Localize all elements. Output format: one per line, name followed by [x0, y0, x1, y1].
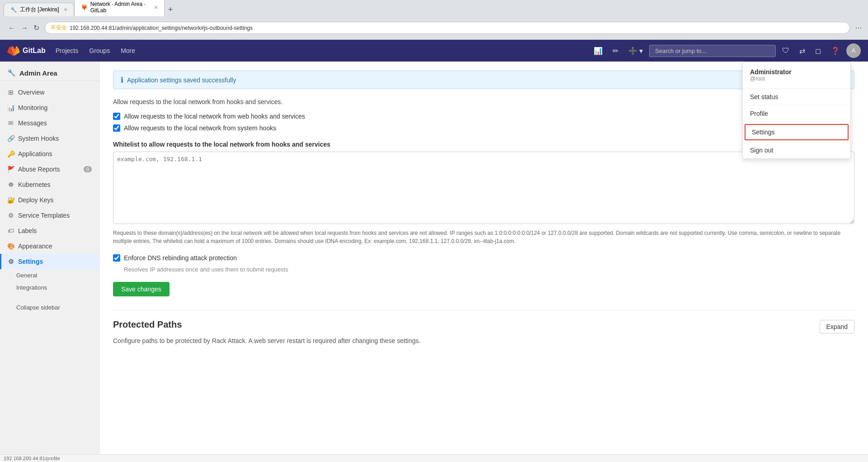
address-text: 192.168.200.44:81/admin/application_sett…: [70, 25, 253, 31]
save-changes-button[interactable]: Save changes: [113, 282, 170, 296]
browser-tab-bar: 🔧 工作台 [Jenkins] ✕ 🦊 Network · Admin Area…: [0, 0, 868, 16]
checkbox-system-hooks[interactable]: [113, 124, 120, 132]
dropdown-settings[interactable]: Settings: [745, 124, 849, 140]
tab-title-gitlab: Network · Admin Area · GitLab: [90, 1, 150, 14]
chart-icon-btn[interactable]: 📊: [590, 44, 606, 58]
sidebar-label-deploy-keys: Deploy Keys: [18, 196, 54, 204]
search-input[interactable]: [649, 45, 776, 57]
appearance-icon: 🎨: [7, 243, 14, 250]
nav-projects[interactable]: Projects: [51, 45, 83, 56]
sidebar-item-applications[interactable]: 🔑 Applications: [0, 146, 99, 162]
enforce-dns-row: Enforce DNS rebinding attack protection: [113, 254, 854, 262]
sidebar-label-service-templates: Service Templates: [18, 212, 70, 219]
protected-paths-description: Configure paths to be protected by Rack …: [113, 337, 854, 344]
reload-button[interactable]: ↻: [32, 22, 41, 34]
dropdown-set-status[interactable]: Set status: [743, 89, 850, 105]
merge-icon-btn[interactable]: ⇄: [796, 44, 809, 58]
applications-icon: 🔑: [7, 150, 14, 157]
forward-button[interactable]: →: [19, 22, 30, 34]
sidebar-label-applications: Applications: [18, 150, 52, 157]
sidebar-label-settings: Settings: [18, 258, 43, 265]
nav-groups[interactable]: Groups: [85, 45, 114, 56]
gitlab-navbar: GitLab Projects Groups More 📊 ✏ ➕ ▾ 🛡 ⇄ …: [0, 40, 868, 62]
sidebar-label-appearance: Appearance: [18, 243, 52, 250]
browser-chrome: ← → ↻ 不安全 192.168.200.44:81/admin/applic…: [0, 16, 868, 40]
user-avatar[interactable]: A: [846, 43, 861, 58]
kubernetes-icon: ☸: [7, 181, 14, 188]
labels-icon: 🏷: [7, 227, 14, 234]
sidebar-item-deploy-keys[interactable]: 🔐 Deploy Keys: [0, 192, 99, 208]
tab-jenkins[interactable]: 🔧 工作台 [Jenkins] ✕: [4, 3, 74, 16]
enforce-dns-section: Enforce DNS rebinding attack protection …: [113, 254, 854, 273]
sidebar-label-messages: Messages: [18, 119, 47, 127]
settings-icon: ⚙: [7, 258, 14, 265]
deploy-keys-icon: 🔐: [7, 196, 14, 204]
sidebar-item-settings[interactable]: ⚙ Settings: [0, 254, 99, 269]
sidebar-item-overview[interactable]: ⊞ Overview: [0, 85, 99, 100]
sidebar-sub-integrations[interactable]: Integrations: [0, 281, 99, 294]
monitoring-icon: 📊: [7, 104, 14, 111]
help-icon-btn[interactable]: ❓: [827, 44, 844, 58]
sidebar-collapse[interactable]: Collapse sidebar: [0, 301, 99, 314]
dropdown-username: Administrator: [750, 68, 843, 76]
system-hooks-icon: 🔗: [7, 135, 14, 142]
enforce-dns-label: Enforce DNS rebinding attack protection: [124, 254, 237, 262]
alert-text: Application settings saved successfully: [127, 76, 236, 84]
back-button[interactable]: ←: [6, 22, 17, 34]
sidebar-title: Admin Area: [19, 69, 57, 77]
nav-right-icons: 📊 ✏ ➕ ▾ 🛡 ⇄ ◻ ❓ A: [590, 43, 861, 58]
protected-paths-header: Protected Paths Expand: [113, 319, 854, 333]
sidebar-label-overview: Overview: [18, 89, 44, 96]
address-bar[interactable]: 不安全 192.168.200.44:81/admin/application_…: [45, 22, 850, 34]
issues-icon-btn[interactable]: ◻: [811, 44, 825, 58]
nav-more[interactable]: More: [116, 45, 140, 56]
edit-icon-btn[interactable]: ✏: [609, 44, 622, 58]
sidebar-item-appearance[interactable]: 🎨 Appearance: [0, 238, 99, 254]
extensions-button[interactable]: ⋯: [854, 23, 863, 33]
sidebar-item-kubernetes[interactable]: ☸ Kubernetes: [0, 177, 99, 192]
gitlab-logo[interactable]: GitLab: [7, 44, 46, 57]
abuse-reports-badge: 0: [84, 166, 92, 172]
tab-favicon: 🔧: [10, 7, 17, 13]
main-nav-links: Projects Groups More: [51, 45, 140, 56]
new-tab-button[interactable]: +: [166, 3, 175, 16]
sidebar-sub-general[interactable]: General: [0, 269, 99, 281]
checkbox-webhooks[interactable]: [113, 113, 120, 120]
status-bar: 192.168.200.44:81/profile: [0, 454, 868, 462]
sidebar-label-monitoring: Monitoring: [18, 104, 47, 111]
page-layout: 🔧 Admin Area ⊞ Overview 📊 Monitoring ✉ M…: [0, 62, 868, 462]
sidebar-item-messages[interactable]: ✉ Messages: [0, 115, 99, 131]
sidebar-item-monitoring[interactable]: 📊 Monitoring: [0, 100, 99, 115]
expand-button[interactable]: Expand: [820, 320, 854, 333]
whitelist-textarea[interactable]: [113, 152, 854, 224]
tab-close-jenkins[interactable]: ✕: [64, 7, 67, 12]
whitelist-hint: Requests to these domain(s)/address(es) …: [113, 229, 854, 245]
abuse-reports-icon: 🚩: [7, 166, 14, 173]
dropdown-header: Administrator @root: [743, 62, 850, 89]
sidebar-label-kubernetes: Kubernetes: [18, 181, 51, 188]
status-url: 192.168.200.44:81/profile: [4, 456, 60, 461]
tab-title: 工作台 [Jenkins]: [20, 6, 59, 14]
security-warning: 不安全: [51, 24, 67, 32]
dropdown-profile[interactable]: Profile: [743, 105, 850, 122]
sidebar-item-abuse-reports[interactable]: 🚩 Abuse Reports 0: [0, 162, 99, 177]
gitlab-logo-text: GitLab: [23, 47, 46, 55]
shield-icon-btn[interactable]: 🛡: [778, 44, 793, 57]
dropdown-handle: @root: [750, 76, 843, 82]
plus-icon-btn[interactable]: ➕ ▾: [625, 44, 646, 58]
checkbox-enforce-dns[interactable]: [113, 254, 120, 262]
tab-close-gitlab[interactable]: ✕: [154, 5, 158, 10]
sidebar-item-labels[interactable]: 🏷 Labels: [0, 223, 99, 238]
sidebar-item-service-templates[interactable]: ⚙ Service Templates: [0, 208, 99, 223]
wrench-icon: 🔧: [7, 69, 16, 77]
dropdown-sign-out[interactable]: Sign out: [743, 142, 850, 158]
service-templates-icon: ⚙: [7, 212, 14, 219]
tab-gitlab[interactable]: 🦊 Network · Admin Area · GitLab ✕: [74, 0, 165, 16]
browser-navigation: ← → ↻: [6, 22, 41, 34]
sidebar-header: 🔧 Admin Area: [0, 62, 99, 81]
sidebar-item-system-hooks[interactable]: 🔗 System Hooks: [0, 131, 99, 146]
checkbox-label-webhooks: Allow requests to the local network from…: [124, 113, 305, 120]
alert-icon: ℹ: [121, 76, 123, 84]
sidebar-label-abuse-reports: Abuse Reports: [18, 166, 60, 173]
user-dropdown: Administrator @root Set status Profile S…: [742, 62, 851, 159]
